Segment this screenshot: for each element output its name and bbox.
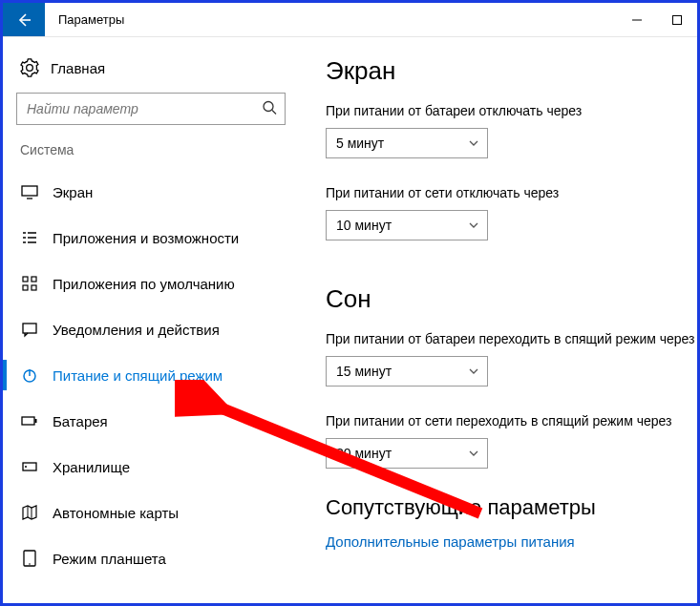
sidebar-item-apps[interactable]: Приложения и возможности — [3, 215, 299, 261]
sidebar-item-label: Экран — [53, 184, 93, 200]
maximize-button[interactable] — [657, 3, 697, 36]
apps-icon — [20, 228, 39, 247]
select-value: 10 минут — [336, 218, 392, 233]
display-icon — [20, 182, 39, 201]
select-screen-battery[interactable]: 5 минут — [326, 128, 488, 158]
sidebar-item-power-sleep[interactable]: Питание и спящий режим — [3, 352, 299, 398]
select-screen-ac[interactable]: 10 минут — [326, 210, 488, 240]
heading-related: Сопутствующие параметры — [326, 495, 697, 520]
sidebar: Главная Система Экран Приложения и возмо… — [3, 37, 299, 603]
arrow-left-icon — [16, 12, 32, 28]
svg-rect-2 — [22, 186, 37, 196]
sidebar-item-label: Батарея — [53, 413, 108, 429]
sidebar-item-offline-maps[interactable]: Автономные карты — [3, 490, 299, 535]
sidebar-item-label: Приложения по умолчанию — [53, 276, 235, 292]
select-sleep-battery[interactable]: 15 минут — [326, 356, 488, 387]
svg-rect-9 — [22, 417, 34, 425]
titlebar: Параметры — [3, 3, 697, 37]
sidebar-item-battery[interactable]: Батарея — [3, 398, 299, 444]
chevron-down-icon — [468, 448, 479, 459]
svg-rect-0 — [673, 15, 682, 24]
home-button[interactable]: Главная — [3, 52, 299, 87]
label-screen-ac: При питании от сети отключать через — [326, 185, 697, 200]
sidebar-item-label: Приложения и возможности — [53, 230, 239, 246]
select-value: 30 минут — [336, 446, 392, 461]
sidebar-group-title: Система — [3, 142, 299, 169]
sidebar-item-label: Режим планшета — [53, 551, 166, 567]
maps-icon — [20, 503, 39, 522]
label-sleep-battery: При питании от батареи переходить в спящ… — [326, 331, 697, 346]
chevron-down-icon — [468, 137, 479, 149]
sidebar-item-default-apps[interactable]: Приложения по умолчанию — [3, 261, 299, 306]
sidebar-item-label: Автономные карты — [53, 505, 179, 521]
svg-rect-4 — [32, 277, 36, 282]
sidebar-item-label: Хранилище — [53, 459, 130, 475]
sidebar-item-tablet-mode[interactable]: Режим планшета — [3, 535, 299, 581]
label-screen-battery: При питании от батареи отключать через — [326, 103, 697, 118]
minimize-button[interactable] — [617, 3, 657, 36]
select-value: 5 минут — [336, 136, 384, 151]
svg-rect-5 — [23, 285, 28, 290]
back-button[interactable] — [3, 3, 45, 36]
heading-sleep: Сон — [326, 284, 697, 314]
power-icon — [20, 366, 39, 385]
search-input[interactable] — [17, 94, 285, 124]
select-sleep-ac[interactable]: 30 минут — [326, 438, 488, 469]
heading-screen: Экран — [326, 56, 697, 86]
svg-point-14 — [29, 563, 31, 565]
svg-rect-7 — [23, 324, 36, 333]
chevron-down-icon — [468, 366, 479, 377]
sidebar-item-display[interactable]: Экран — [3, 169, 299, 215]
search-input-wrap[interactable] — [16, 93, 286, 125]
chevron-down-icon — [468, 219, 479, 231]
maximize-icon — [671, 14, 683, 26]
sidebar-item-label: Уведомления и действия — [53, 322, 220, 338]
notifications-icon — [20, 320, 39, 339]
home-label: Главная — [51, 60, 105, 76]
svg-point-12 — [25, 466, 27, 468]
default-apps-icon — [20, 274, 39, 293]
storage-icon — [20, 457, 39, 476]
minimize-icon — [631, 14, 643, 26]
svg-rect-3 — [23, 277, 28, 282]
sidebar-item-label: Питание и спящий режим — [53, 367, 223, 384]
window-title: Параметры — [45, 3, 124, 36]
select-value: 15 минут — [336, 364, 392, 379]
svg-rect-6 — [32, 285, 36, 290]
sidebar-item-storage[interactable]: Хранилище — [3, 444, 299, 490]
sidebar-item-notifications[interactable]: Уведомления и действия — [3, 306, 299, 352]
gear-icon — [20, 58, 39, 77]
main-panel: Экран При питании от батареи отключать ч… — [299, 37, 697, 603]
svg-rect-10 — [35, 419, 37, 423]
label-sleep-ac: При питании от сети переходить в спящий … — [326, 413, 697, 428]
link-additional-power[interactable]: Дополнительные параметры питания — [326, 533, 697, 550]
tablet-icon — [20, 549, 39, 568]
battery-icon — [20, 411, 39, 430]
